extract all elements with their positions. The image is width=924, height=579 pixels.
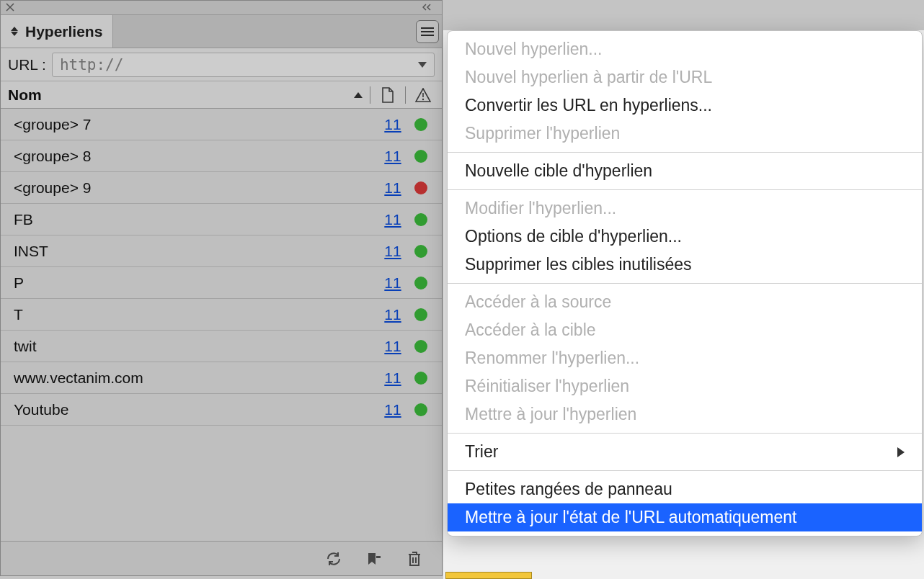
row-count-link[interactable]: 11 <box>377 243 409 260</box>
submenu-arrow-icon <box>897 447 905 457</box>
menu-item: Mettre à jour l'hyperlien <box>448 400 922 428</box>
menu-item-label: Accéder à la cible <box>465 320 596 340</box>
row-name: <groupe> 9 <box>14 179 377 197</box>
collapse-icon[interactable] <box>422 2 437 12</box>
row-name: twit <box>14 338 377 355</box>
row-count-link[interactable]: 11 <box>377 179 409 197</box>
menu-separator <box>448 433 922 434</box>
row-name: INST <box>14 243 377 260</box>
menu-item-label: Convertir les URL en hyperliens... <box>465 96 712 115</box>
context-menu: Nouvel hyperlien...Nouvel hyperlien à pa… <box>447 30 923 537</box>
table-header: Nom <box>1 81 442 109</box>
tab-bar: Hyperliens <box>1 15 442 48</box>
row-count-link[interactable]: 11 <box>377 148 409 165</box>
url-dropdown[interactable]: http:// <box>52 53 435 77</box>
menu-item-label: Nouvel hyperlien à partir de l'URL <box>465 68 712 87</box>
table-row[interactable]: FB11 <box>1 204 442 235</box>
table-row[interactable]: INST11 <box>1 235 442 267</box>
table-row[interactable]: www.vectanim.com11 <box>1 362 442 394</box>
sort-ascending-icon <box>354 92 363 98</box>
menu-item[interactable]: Nouvelle cible d'hyperlien <box>448 157 922 185</box>
menu-item-label: Nouvelle cible d'hyperlien <box>465 161 652 181</box>
tab-hyperlinks[interactable]: Hyperliens <box>1 15 113 48</box>
table-row[interactable]: twit11 <box>1 331 442 362</box>
status-dot <box>414 213 427 226</box>
menu-item-label: Modifier l'hyperlien... <box>465 199 616 218</box>
sort-arrows-icon <box>11 24 19 39</box>
menu-item: Renommer l'hyperlien... <box>448 344 922 372</box>
tab-label: Hyperliens <box>25 23 102 40</box>
status-dot <box>414 372 427 385</box>
table-row[interactable]: P11 <box>1 267 442 299</box>
menu-item[interactable]: Convertir les URL en hyperliens... <box>448 91 922 120</box>
status-dot <box>414 118 427 131</box>
delete-button[interactable] <box>404 549 425 569</box>
menu-item: Accéder à la source <box>448 288 922 316</box>
status-dot <box>414 245 427 258</box>
hyperlinks-panel: Hyperliens URL : http:// Nom <groupe> 71… <box>0 0 443 576</box>
menu-item: Supprimer l'hyperlien <box>448 120 922 148</box>
table-row[interactable]: <groupe> 711 <box>1 109 442 140</box>
header-status-icon[interactable] <box>413 88 433 102</box>
panel-titlebar <box>1 1 442 15</box>
menu-item[interactable]: Trier <box>448 438 922 466</box>
menu-item-label: Accéder à la source <box>465 292 611 312</box>
gold-strip <box>445 572 532 579</box>
row-name: <groupe> 7 <box>14 116 377 133</box>
menu-separator <box>448 470 922 471</box>
menu-item-label: Supprimer l'hyperlien <box>465 124 620 143</box>
row-count-link[interactable]: 11 <box>377 306 409 323</box>
svg-rect-2 <box>376 556 381 558</box>
menu-item[interactable]: Options de cible d'hyperlien... <box>448 223 922 251</box>
panel-footer <box>1 541 442 575</box>
url-row: URL : http:// <box>1 48 442 81</box>
table-row[interactable]: <groupe> 911 <box>1 172 442 204</box>
svg-point-1 <box>422 98 424 99</box>
row-name: <groupe> 8 <box>14 148 377 165</box>
status-dot <box>414 403 427 416</box>
menu-item-label: Nouvel hyperlien... <box>465 40 603 59</box>
status-dot <box>414 181 427 194</box>
refresh-button[interactable] <box>324 549 344 569</box>
row-name: T <box>14 306 377 323</box>
row-name: P <box>14 274 377 292</box>
status-dot <box>414 150 427 163</box>
chevron-down-icon <box>418 62 427 68</box>
row-count-link[interactable]: 11 <box>377 401 409 418</box>
menu-item-label: Mettre à jour l'hyperlien <box>465 405 636 424</box>
row-count-link[interactable]: 11 <box>377 116 409 133</box>
menu-separator <box>448 189 922 190</box>
menu-item: Accéder à la cible <box>448 316 922 344</box>
header-page-icon[interactable] <box>378 87 398 103</box>
table-row[interactable]: Youtube11 <box>1 394 442 426</box>
url-label: URL : <box>8 56 46 73</box>
status-dot <box>414 277 427 290</box>
row-count-link[interactable]: 11 <box>377 369 409 387</box>
table-row[interactable]: <groupe> 811 <box>1 140 442 172</box>
menu-item: Nouvel hyperlien... <box>448 35 922 63</box>
close-icon[interactable] <box>5 2 15 12</box>
menu-item-label: Options de cible d'hyperlien... <box>465 227 682 246</box>
row-name: Youtube <box>14 401 377 418</box>
panel-menu-button[interactable] <box>416 20 439 43</box>
bookmark-button[interactable] <box>364 549 384 569</box>
menu-item-label: Supprimer les cibles inutilisées <box>465 255 691 274</box>
row-count-link[interactable]: 11 <box>377 338 409 355</box>
row-count-link[interactable]: 11 <box>377 211 409 228</box>
menu-item[interactable]: Supprimer les cibles inutilisées <box>448 251 922 279</box>
row-count-link[interactable]: 11 <box>377 274 409 292</box>
menu-item[interactable]: Petites rangées de panneau <box>448 475 922 503</box>
menu-item-label: Réinitialiser l'hyperlien <box>465 377 629 396</box>
status-dot <box>414 340 427 353</box>
table-row[interactable]: T11 <box>1 299 442 331</box>
menu-separator <box>448 283 922 284</box>
menu-item: Nouvel hyperlien à partir de l'URL <box>448 63 922 91</box>
menu-item: Modifier l'hyperlien... <box>448 194 922 223</box>
menu-item[interactable]: Mettre à jour l'état de l'URL automatiqu… <box>448 503 922 531</box>
status-dot <box>414 308 427 321</box>
header-name[interactable]: Nom <box>8 86 42 104</box>
url-placeholder: http:// <box>60 56 124 73</box>
row-name: FB <box>14 211 377 228</box>
menu-item-label: Trier <box>465 442 498 462</box>
menu-item-label: Petites rangées de panneau <box>465 480 672 499</box>
